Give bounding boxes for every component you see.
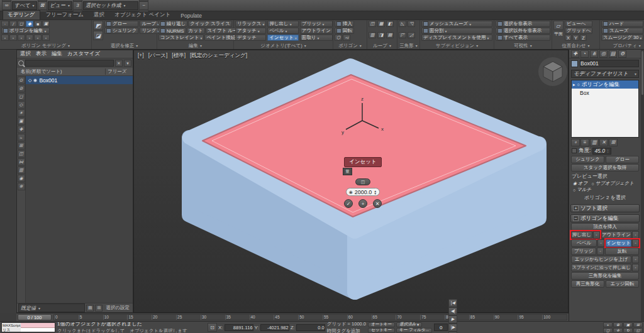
extrude-ribbon-button[interactable]: 押し出し▾ — [267, 21, 298, 27]
lock-explorer-icon[interactable]: ▤ — [86, 305, 94, 312]
reference-coordinate-dropdown[interactable]: ビュー▾ — [48, 1, 72, 10]
repeat-last-button[interactable]: 繰り返し — [158, 21, 187, 27]
cut-button[interactable]: カット — [187, 28, 205, 34]
caddy-ok-button[interactable]: ✓ — [344, 199, 353, 208]
expand-arrow-icon[interactable]: ▸ — [573, 82, 575, 87]
inset-settings-button[interactable]: ▫ — [632, 239, 639, 247]
set-key-button[interactable]: セットキー — [368, 328, 395, 333]
display-all-icon[interactable]: ⊙ — [18, 77, 25, 84]
edit-tri-icon[interactable]: ◺ — [399, 21, 406, 27]
y-coordinate-field[interactable] — [260, 324, 289, 331]
column-header-name[interactable]: 名前(昇順でソート) — [17, 68, 105, 75]
use-displacement-button[interactable]: ディスプレイスメントを使用▾ — [421, 35, 492, 41]
z-coordinate-field[interactable] — [296, 324, 325, 331]
column-header-freeze[interactable]: フリーズ — [105, 68, 133, 75]
caddy-cancel-button[interactable]: ✕ — [373, 199, 382, 208]
maximize-viewport-icon[interactable]: ◱ — [633, 328, 643, 333]
loop-tool-icon[interactable]: ◫ — [369, 21, 376, 27]
preview-multi-radio[interactable]: ○マルチ — [573, 187, 591, 193]
turn-edge-icon[interactable]: ◹ — [408, 21, 415, 27]
command-panel-scrollbar[interactable] — [641, 50, 644, 321]
flip-normals-icon[interactable]: ◅ — [343, 35, 350, 41]
extrude-settings-button[interactable]: ▫ — [593, 231, 600, 239]
preview-off-radio[interactable]: ◉オフ — [573, 180, 587, 187]
display-geometry-icon[interactable]: ◻ — [18, 93, 25, 101]
window-crossing-icon[interactable]: ⊠ — [38, 1, 47, 10]
curve-editor-icon[interactable]: ~ — [139, 1, 148, 10]
pin-stack-icon[interactable]: ∘ — [571, 139, 580, 146]
previous-frame-icon[interactable]: ◀| — [448, 307, 457, 315]
time-tag-label[interactable]: 時間タグを追加 — [327, 328, 366, 333]
preview-subobject-radio[interactable]: ○サブオブジェクト — [591, 180, 634, 187]
display-none-icon[interactable]: ⊘ — [18, 85, 25, 92]
named-selection-sets-combo[interactable]: 選択セット作成▾ — [83, 1, 138, 10]
listener-macro-line[interactable] — [21, 323, 55, 328]
zoom-icon[interactable]: + — [603, 322, 613, 327]
display-helpers-icon[interactable]: ✚ — [18, 126, 25, 133]
edit-poly-mode-button[interactable]: ポリゴンを編集▾ — [1, 28, 50, 34]
grow-selection-icon[interactable]: ◩ — [93, 21, 103, 30]
shrink-button[interactable]: シュリンク — [104, 28, 138, 34]
ribbon-tab[interactable]: オブジェクト ペイント — [110, 11, 175, 19]
inset-amount-field[interactable]: ◉ 2000.0 ▲▼ — [346, 188, 380, 196]
rollout-edit-polygons[interactable]: − ポリゴンを編集 — [570, 214, 640, 222]
explorer-menu-item[interactable]: カスタマイズ — [67, 50, 100, 58]
selection-filter-dropdown[interactable]: すべて▾ — [12, 1, 37, 10]
explorer-menu-item[interactable]: 表示 — [36, 50, 47, 58]
make-planar-icon[interactable]: ▱ — [553, 21, 564, 30]
perspective-viewport[interactable]: z x y [+] [パース] [標準] [既定のシェーディング] インセット … — [133, 50, 569, 313]
panel-caption-edit[interactable]: 編集▾ — [158, 42, 232, 49]
key-filter-set-dropdown[interactable]: 選択済み ▾ — [396, 322, 422, 327]
turn-button[interactable]: 回転 — [335, 28, 354, 34]
listener-script-line[interactable] — [21, 328, 55, 332]
hierarchy-tab-icon[interactable]: ⋔ — [590, 50, 598, 58]
display-tab-icon[interactable]: ▤ — [609, 50, 617, 58]
search-input[interactable] — [25, 60, 114, 67]
panel-caption-polygon-modeling[interactable]: ポリゴン モデリング▾ — [1, 42, 90, 49]
hinge-settings-button[interactable]: ▫ — [632, 256, 639, 263]
inset-button[interactable]: インセット — [606, 239, 631, 247]
panel-caption-tris[interactable]: 三角形▾ — [399, 42, 418, 49]
turn-edge-button[interactable]: エッジ回転 — [606, 280, 639, 288]
panel-caption-subdivision[interactable]: サブディビジョン▾ — [421, 42, 492, 49]
relax-button[interactable]: リラックス▾ — [235, 21, 266, 27]
loop-mode-icon[interactable]: ▦ — [377, 21, 385, 27]
go-to-start-icon[interactable]: |◀ — [448, 299, 457, 307]
show-end-result-icon[interactable]: ≡ — [580, 139, 589, 146]
remove-modifier-icon[interactable]: ✕ — [599, 139, 608, 146]
by-angle-checkbox[interactable] — [572, 148, 577, 153]
hinge-from-edge-button[interactable]: エッジからヒンジを上げ — [571, 256, 631, 263]
outline-settings-button[interactable]: ▫ — [632, 231, 639, 239]
display-frozen-icon[interactable]: ❄ — [18, 183, 25, 190]
absolute-mode-icon[interactable]: ⊡ — [208, 323, 217, 332]
next-modifier-icon[interactable]: ▫ — [26, 35, 33, 41]
hide-selected-button[interactable]: 選択を非表示 — [496, 21, 550, 27]
outline-ribbon-button[interactable]: アウトライン — [300, 28, 333, 34]
create-tab-icon[interactable]: ✚ — [571, 50, 579, 58]
display-containers-icon[interactable]: ▥ — [18, 166, 25, 174]
shrink-button[interactable]: シュリンク — [571, 156, 604, 163]
display-materials-icon[interactable]: ◉ — [18, 175, 25, 182]
make-unique-icon[interactable]: ▥ — [590, 139, 599, 146]
viewport-menu-standard[interactable]: [標準] — [172, 52, 186, 60]
x-coordinate-field[interactable] — [225, 324, 253, 331]
preset-dropdown[interactable]: 既定値▾ — [18, 303, 85, 312]
display-xrefs-icon[interactable]: ◫ — [18, 150, 25, 158]
attach-button[interactable]: アタッチ▾ — [235, 28, 266, 34]
zoom-extents-all-icon[interactable]: ⊞ — [633, 322, 643, 327]
zoom-all-icon[interactable]: ⊕ — [613, 322, 623, 327]
tessellate-button[interactable]: 面分割▾ — [421, 28, 492, 34]
display-bones-icon[interactable]: ⋈ — [18, 158, 25, 166]
panel-caption-geometry-all[interactable]: ジオメトリ(すべて)▾ — [235, 42, 331, 49]
auto-key-button[interactable]: オートキー — [368, 322, 395, 327]
auto-tri-icon[interactable]: ◿ — [408, 32, 415, 38]
ribbon-tab[interactable]: フリーフォーム — [42, 11, 89, 19]
angle-value-field[interactable]: 45.0▲▼ — [592, 148, 611, 155]
edge-icon[interactable]: / — [9, 21, 17, 27]
retriangulate-icon[interactable]: ◸ — [399, 32, 406, 38]
current-frame-field[interactable] — [434, 324, 448, 331]
geopoly-icon[interactable]: ⬡ — [335, 35, 342, 41]
previous-modifier-icon[interactable]: ▫ — [9, 35, 17, 41]
constraints-dropdown[interactable]: コンストレイント▾ — [158, 35, 204, 41]
object-name-field[interactable] — [580, 60, 639, 67]
